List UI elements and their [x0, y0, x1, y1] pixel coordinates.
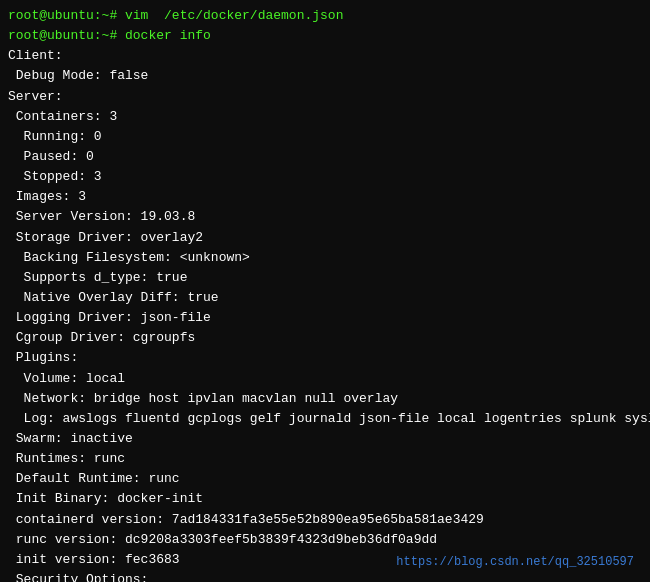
terminal-line: Native Overlay Diff: true	[8, 288, 642, 308]
terminal-line: Logging Driver: json-file	[8, 308, 642, 328]
terminal-line: Client:	[8, 46, 642, 66]
terminal-line: Stopped: 3	[8, 167, 642, 187]
terminal-line: Debug Mode: false	[8, 66, 642, 86]
terminal: root@ubuntu:~# vim /etc/docker/daemon.js…	[8, 6, 642, 576]
terminal-line: Storage Driver: overlay2	[8, 228, 642, 248]
terminal-line: containerd version: 7ad184331fa3e55e52b8…	[8, 510, 642, 530]
terminal-line: Containers: 3	[8, 107, 642, 127]
terminal-line: Network: bridge host ipvlan macvlan null…	[8, 389, 642, 409]
terminal-line: Running: 0	[8, 127, 642, 147]
terminal-line: Supports d_type: true	[8, 268, 642, 288]
terminal-line: Cgroup Driver: cgroupfs	[8, 328, 642, 348]
terminal-line: Volume: local	[8, 369, 642, 389]
terminal-line: Images: 3	[8, 187, 642, 207]
terminal-line: Backing Filesystem: <unknown>	[8, 248, 642, 268]
watermark: https://blog.csdn.net/qq_32510597	[396, 553, 634, 572]
terminal-line: runc version: dc9208a3303feef5b3839f4323…	[8, 530, 642, 550]
terminal-line: Server:	[8, 87, 642, 107]
terminal-line: Server Version: 19.03.8	[8, 207, 642, 227]
terminal-line: Swarm: inactive	[8, 429, 642, 449]
terminal-line: Default Runtime: runc	[8, 469, 642, 489]
terminal-line: Init Binary: docker-init	[8, 489, 642, 509]
terminal-line: Log: awslogs fluentd gcplogs gelf journa…	[8, 409, 642, 429]
terminal-line: root@ubuntu:~# vim /etc/docker/daemon.js…	[8, 6, 642, 26]
terminal-line: Runtimes: runc	[8, 449, 642, 469]
terminal-line: Plugins:	[8, 348, 642, 368]
terminal-line: root@ubuntu:~# docker info	[8, 26, 642, 46]
terminal-line: Paused: 0	[8, 147, 642, 167]
